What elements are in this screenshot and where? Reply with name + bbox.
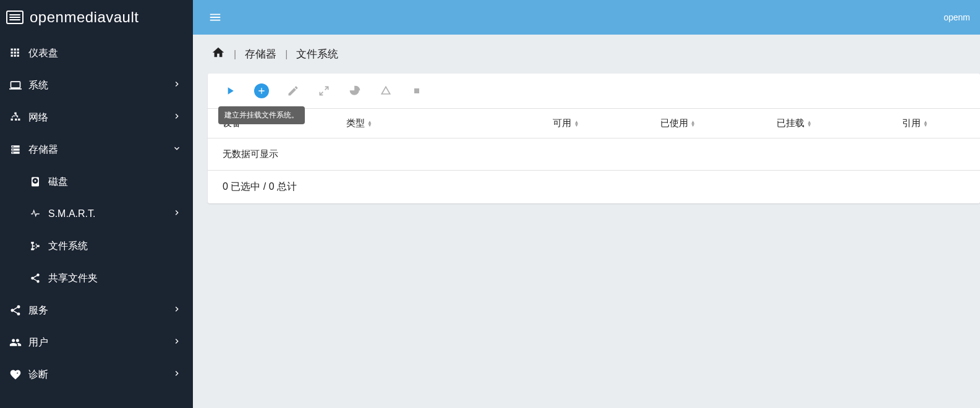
sidebar: openmediavault 仪表盘 系统 网络 存储器 [0,0,193,408]
heart-pulse-icon [6,368,25,381]
sort-icon: ▲▼ [691,121,696,127]
column-type[interactable]: 类型▲▼ [346,117,462,129]
sidebar-item-label: 诊断 [28,368,172,381]
column-mounted[interactable]: 已挂载▲▼ [696,117,812,129]
storage-icon [6,143,25,156]
breadcrumb-item[interactable]: 文件系统 [292,47,342,61]
plus-circle-icon [254,83,269,98]
sidebar-item-label: S.M.A.R.T. [48,208,172,219]
chevron-right-icon [172,111,182,124]
network-icon [6,111,25,124]
sort-icon: ▲▼ [367,121,372,127]
topbar-user[interactable]: openm [944,12,970,22]
table-footer: 0 已选中 / 0 总计 [208,170,980,203]
sidebar-item-storage[interactable]: 存储器 [0,134,193,166]
sidebar-item-network[interactable]: 网络 [0,101,193,134]
table-empty-message: 无数据可显示 [208,138,980,170]
sidebar-item-label: 共享文件夹 [48,272,182,285]
table-header: 设备 类型▲▼ 可用▲▼ 已使用▲▼ 已挂载▲▼ 引用▲▼ [208,108,980,138]
breadcrumb-separator: | [229,49,241,60]
chevron-right-icon [172,304,182,317]
breadcrumb-home[interactable] [208,46,229,62]
delete-button[interactable] [409,83,424,98]
sidebar-item-users[interactable]: 用户 [0,326,193,359]
column-used[interactable]: 已使用▲▼ [579,117,695,129]
sidebar-item-label: 存储器 [28,143,172,156]
content-region: | 存储器 | 文件系统 建立并挂载文件系统。 [193,35,980,408]
brand-icon [6,11,23,24]
sidebar-item-shared-folders[interactable]: 共享文件夹 [0,262,193,294]
column-referenced[interactable]: 引用▲▼ [812,117,928,129]
share-icon [26,273,45,284]
resize-button[interactable] [317,83,331,98]
sort-icon: ▲▼ [923,121,928,127]
chevron-right-icon [172,208,182,220]
mount-button[interactable] [223,83,237,98]
breadcrumb-item[interactable]: 存储器 [241,47,280,61]
topbar: openm [193,0,980,35]
edit-button[interactable] [286,83,300,98]
column-available[interactable]: 可用▲▼ [462,117,579,129]
users-icon [6,336,25,349]
brand-text: openmediavault [30,9,138,26]
unmount-button[interactable] [378,83,393,98]
sidebar-nav: 仪表盘 系统 网络 存储器 磁盘 S [0,35,193,391]
chevron-down-icon [172,143,182,156]
chevron-right-icon [172,79,182,91]
laptop-icon [6,79,25,91]
sidebar-item-diagnostics[interactable]: 诊断 [0,359,193,391]
sidebar-item-label: 用户 [28,336,172,349]
sort-icon: ▲▼ [807,121,812,127]
create-button[interactable]: 建立并挂载文件系统。 [254,83,270,99]
sidebar-item-smart[interactable]: S.M.A.R.T. [0,198,193,230]
breadcrumb: | 存储器 | 文件系统 [193,35,980,69]
share-icon [6,304,25,317]
filesystems-panel: 建立并挂载文件系统。 [208,74,980,203]
breadcrumb-separator: | [280,49,292,60]
sort-icon: ▲▼ [574,121,579,127]
sidebar-item-label: 磁盘 [48,176,182,189]
tooltip: 建立并挂载文件系统。 [218,106,305,124]
sidebar-item-label: 网络 [28,111,172,124]
menu-toggle-button[interactable] [203,5,228,30]
brand-logo[interactable]: openmediavault [0,0,193,35]
sidebar-item-label: 服务 [28,304,172,317]
chevron-right-icon [172,368,182,381]
sidebar-item-disks[interactable]: 磁盘 [0,166,193,198]
sidebar-item-services[interactable]: 服务 [0,294,193,326]
panel-toolbar: 建立并挂载文件系统。 [208,74,980,108]
sidebar-item-dashboard[interactable]: 仪表盘 [0,37,193,69]
chevron-right-icon [172,336,182,349]
sidebar-item-filesystems[interactable]: 文件系统 [0,230,193,262]
hdd-icon [26,176,45,187]
sidebar-item-label: 仪表盘 [28,47,182,60]
tree-icon [26,240,45,252]
main-area: openm | 存储器 | 文件系统 建立并挂载文件系统。 [193,0,980,408]
grid-icon [6,47,25,59]
sidebar-item-label: 系统 [28,79,172,92]
sidebar-item-label: 文件系统 [48,240,182,253]
quota-button[interactable] [347,83,362,98]
pulse-icon [26,208,45,219]
sidebar-item-system[interactable]: 系统 [0,69,193,101]
